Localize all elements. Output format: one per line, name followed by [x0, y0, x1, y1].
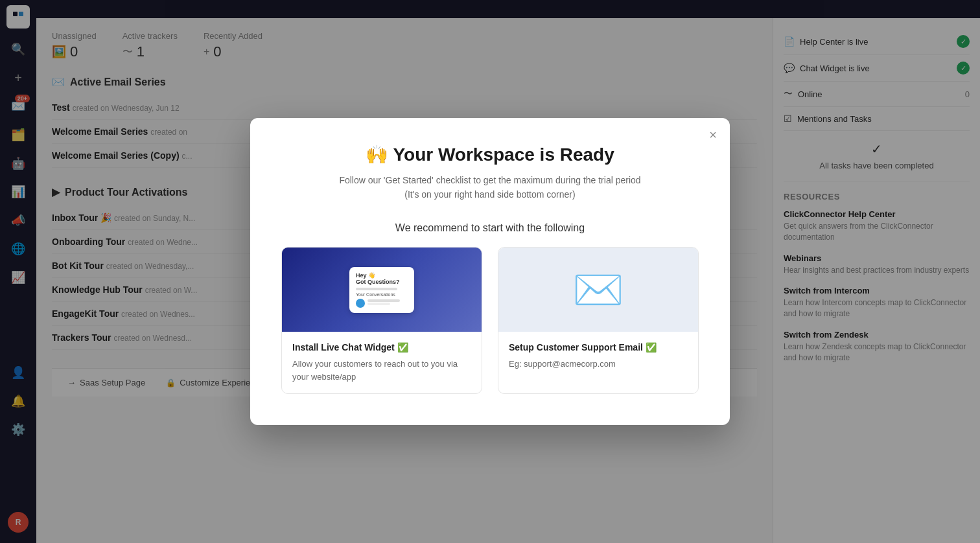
card-body-live-chat: Install Live Chat Widget ✅ Allow your cu…: [282, 332, 482, 393]
modal-recommend-text: We recommend to start with the following: [281, 222, 699, 234]
card-image-chat: Hey 👋Got Questions? Your Conversations: [282, 248, 482, 332]
card-title-support-email: Setup Customer Support Email ✅: [509, 342, 688, 352]
modal-subtitle: Follow our 'Get Started' checklist to ge…: [281, 173, 699, 202]
card-desc-live-chat: Allow your customers to reach out to you…: [292, 358, 471, 383]
card-body-support-email: Setup Customer Support Email ✅ Eg: suppo…: [498, 332, 698, 381]
card-desc-support-email: Eg: support@acmecorp.com: [509, 358, 688, 371]
email-large-icon: ✉️: [572, 266, 624, 314]
modal-title: 🙌 Your Workspace is Ready: [281, 144, 699, 165]
modal-card-live-chat[interactable]: Hey 👋Got Questions? Your Conversations: [281, 247, 482, 394]
card-image-email: ✉️: [498, 248, 698, 332]
workspace-ready-modal: × 🙌 Your Workspace is Ready Follow our '…: [250, 118, 730, 426]
card-title-live-chat: Install Live Chat Widget ✅: [292, 342, 471, 352]
modal-card-support-email[interactable]: ✉️ Setup Customer Support Email ✅ Eg: su…: [498, 247, 699, 394]
modal-close-button[interactable]: ×: [709, 128, 717, 141]
modal-emoji: 🙌: [366, 144, 388, 165]
modal-overlay: × 🙌 Your Workspace is Ready Follow our '…: [0, 0, 980, 543]
modal-title-text: Your Workspace is Ready: [393, 144, 614, 165]
modal-cards: Hey 👋Got Questions? Your Conversations: [281, 247, 699, 394]
